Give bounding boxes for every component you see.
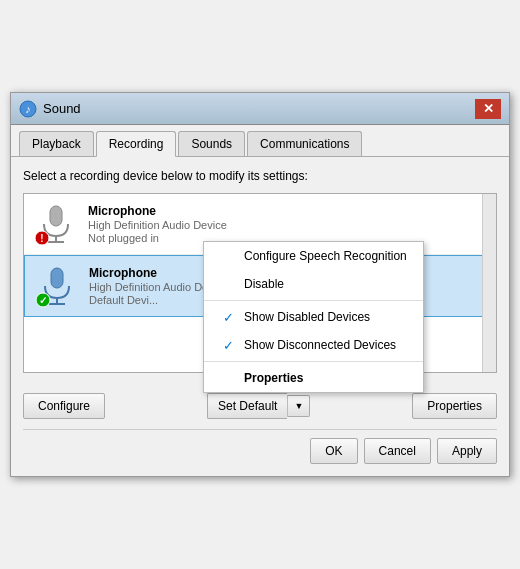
menu-item-disable[interactable]: Disable: [204, 270, 423, 298]
tab-communications[interactable]: Communications: [247, 131, 362, 156]
menu-label-properties: Properties: [244, 371, 407, 385]
menu-separator-2: [204, 361, 423, 362]
default-badge-2: ✓: [35, 292, 51, 308]
context-menu: Configure Speech Recognition Disable ✓ S…: [203, 241, 424, 393]
device-name-1: Microphone: [88, 204, 227, 218]
bottom-section: Configure Set Default ▼ Properties OK Ca…: [11, 385, 509, 476]
set-default-button[interactable]: Set Default: [207, 393, 287, 419]
scrollbar[interactable]: [482, 194, 496, 372]
device-sub-1: High Definition Audio Device: [88, 219, 227, 231]
window-title: Sound: [43, 101, 81, 116]
ok-button[interactable]: OK: [310, 438, 357, 464]
tabs-bar: Playback Recording Sounds Communications: [11, 125, 509, 157]
check-configure: [220, 248, 236, 264]
menu-label-configure: Configure Speech Recognition: [244, 249, 407, 263]
sound-dialog: ♪ Sound ✕ Playback Recording Sounds Comm…: [10, 92, 510, 477]
device-info-1: Microphone High Definition Audio Device …: [88, 204, 227, 244]
button-row-bottom: OK Cancel Apply: [23, 429, 497, 468]
menu-label-show-disabled: Show Disabled Devices: [244, 310, 407, 324]
check-disable: [220, 276, 236, 292]
menu-label-show-disconnected: Show Disconnected Devices: [244, 338, 407, 352]
device-list-wrapper: ! Microphone High Definition Audio Devic…: [23, 193, 497, 373]
menu-label-disable: Disable: [244, 277, 407, 291]
menu-item-properties[interactable]: Properties: [204, 364, 423, 392]
speaker-icon: ♪: [19, 100, 37, 118]
tab-recording[interactable]: Recording: [96, 131, 177, 157]
menu-separator-1: [204, 300, 423, 301]
device-icon-2: ✓: [35, 264, 79, 308]
menu-item-show-disconnected[interactable]: ✓ Show Disconnected Devices: [204, 331, 423, 359]
tab-playback[interactable]: Playback: [19, 131, 94, 156]
title-bar-left: ♪ Sound: [19, 100, 81, 118]
cancel-button[interactable]: Cancel: [364, 438, 431, 464]
tab-sounds[interactable]: Sounds: [178, 131, 245, 156]
svg-text:!: !: [40, 233, 43, 244]
check-show-disconnected: ✓: [220, 337, 236, 353]
device-icon-1: !: [34, 202, 78, 246]
description-text: Select a recording device below to modif…: [23, 169, 497, 183]
check-show-disabled: ✓: [220, 309, 236, 325]
svg-rect-7: [51, 268, 63, 288]
content-area: Select a recording device below to modif…: [11, 157, 509, 385]
configure-button[interactable]: Configure: [23, 393, 105, 419]
error-badge-1: !: [34, 230, 50, 246]
button-row-top: Configure Set Default ▼ Properties: [23, 393, 497, 419]
apply-button[interactable]: Apply: [437, 438, 497, 464]
properties-button[interactable]: Properties: [412, 393, 497, 419]
svg-rect-2: [50, 206, 62, 226]
title-bar: ♪ Sound ✕: [11, 93, 509, 125]
set-default-split: Set Default ▼: [207, 393, 310, 419]
set-default-arrow[interactable]: ▼: [287, 395, 310, 417]
menu-item-configure[interactable]: Configure Speech Recognition: [204, 242, 423, 270]
svg-text:✓: ✓: [39, 295, 47, 306]
close-button[interactable]: ✕: [475, 99, 501, 119]
check-properties: [220, 370, 236, 386]
svg-text:♪: ♪: [25, 103, 31, 115]
menu-item-show-disabled[interactable]: ✓ Show Disabled Devices: [204, 303, 423, 331]
